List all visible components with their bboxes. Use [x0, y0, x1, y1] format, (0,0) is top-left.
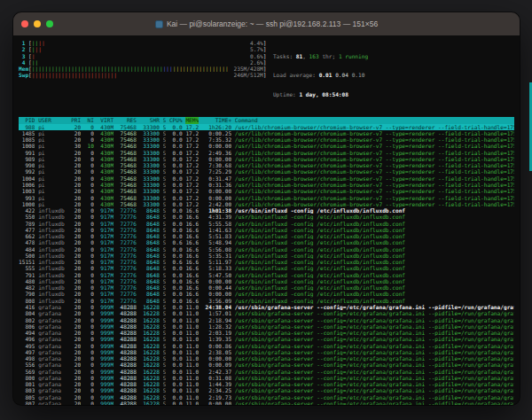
process-row[interactable]: 992pi200430M7546833300S0.017.27:25.29/us… — [19, 168, 514, 175]
process-row[interactable]: 802grafana200999M4828816228S0.011.02:18.… — [19, 317, 514, 323]
minimize-button[interactable] — [34, 20, 41, 27]
terminal-window: Kai — pi@solaranzeige: ~ — ssh pi@192.16… — [13, 12, 520, 405]
column-header-time[interactable]: TIME+ — [202, 117, 231, 123]
process-row[interactable]: 1085pi200430M7546833300S0.017.27:35.32/u… — [19, 136, 514, 143]
cpu4-meter: 4 [||2.6%] — [19, 59, 267, 66]
process-row[interactable]: 1004pi200430M7546833300S0.017.20:31.47/u… — [19, 175, 514, 182]
column-header-user[interactable]: USER — [38, 117, 67, 123]
process-row[interactable]: 494grafana200999M4828816228S0.011.02:03.… — [19, 330, 514, 336]
process-row[interactable]: 791influxdb200917M727768648S0.016.65:47.… — [19, 272, 514, 278]
threads-count: 163 — [309, 53, 319, 59]
tasks-label: Tasks: — [273, 53, 296, 59]
tasks-summary: Tasks: 81, 163 thr; 1 running — [273, 53, 514, 59]
process-row[interactable]: 478influxdb200917M727768648S0.616.65:48.… — [19, 239, 514, 245]
column-header-shr[interactable]: SHR — [140, 117, 160, 123]
process-row[interactable]: 991pi200430M7546833300S0.017.22:49.36/us… — [19, 150, 514, 156]
column-header-res[interactable]: RES — [117, 117, 137, 123]
window-title-text: Kai — pi@solaranzeige: ~ — ssh pi@192.16… — [167, 19, 378, 28]
load-5min: 0.04 — [335, 72, 352, 78]
process-row[interactable]: 1003pi200430M7546833300S0.017.20:00.00/u… — [19, 188, 514, 194]
process-row[interactable]: 569grafana200999M4828816228S0.011.02:42.… — [19, 369, 514, 375]
column-header-virt[interactable]: VIRT — [98, 117, 113, 123]
process-row[interactable]: 484influxdb200917M727768648S0.016.65:56.… — [19, 246, 514, 253]
close-button[interactable] — [21, 20, 28, 27]
window-title: Kai — pi@solaranzeige: ~ — ssh pi@192.16… — [13, 12, 520, 35]
htop-header: 1 [||||4.4%] 2 [|||5.7%] 3 [|0.6%] 4 [||… — [19, 40, 514, 111]
process-row[interactable]: 495grafana200999M4828816228S0.011.00:00.… — [19, 343, 514, 349]
process-row[interactable]: 1000pi200430M7546833300S0.017.22:42.00/u… — [19, 201, 514, 207]
process-table: 988pi200430M7546833300S0.017.21h26:20/us… — [19, 124, 514, 405]
process-row[interactable]: 807grafana200999M4828816228S0.011.00:00.… — [19, 401, 514, 405]
load-average: Load average: 0.01 0.04 0.10 — [273, 72, 514, 78]
process-table-header: PIDUSERPRINIVIRTRESSHRSCPU%MEM%TIME+Comm… — [19, 117, 514, 123]
blank-line — [19, 111, 514, 117]
column-header-pri[interactable]: PRI — [71, 117, 81, 123]
process-row[interactable]: 800grafana200999M4828816228S0.011.00:31.… — [19, 375, 514, 381]
process-row[interactable]: 806grafana200999M4828816228S0.011.01:28.… — [19, 323, 514, 330]
swap-meter: Swp[||||||||||||||||||||||||||246M/512M] — [19, 72, 267, 78]
zoom-button[interactable] — [46, 20, 53, 27]
process-row[interactable]: 662influxdb200917M727768648S0.016.65:51.… — [19, 233, 514, 239]
process-row[interactable]: 496grafana200999M4828816228S0.011.01:39.… — [19, 336, 514, 342]
process-row[interactable]: 477influxdb200917M727768648S0.016.61:41.… — [19, 227, 514, 233]
process-row[interactable]: 1006pi200430M7546833300S0.017.20:31.36/u… — [19, 182, 514, 188]
memory-meter: Mem[||||||||||||||||||||||||||||||||||||… — [19, 66, 267, 72]
process-row[interactable]: 550influxdb200917M727768648S0.016.64:31.… — [19, 214, 514, 220]
process-row[interactable]: 500influxdb200917M727768648S0.016.65:35.… — [19, 253, 514, 259]
process-row[interactable]: 804grafana200999M4828816228S0.011.01:57.… — [19, 310, 514, 316]
process-row[interactable]: 422influxdb200917M727768648S0.016.61h01:… — [19, 207, 514, 214]
column-header-pid[interactable]: PID — [19, 117, 35, 123]
process-row[interactable]: 1485pi200430M7546833300S0.017.20:00.25/u… — [19, 130, 514, 136]
column-header-ni[interactable]: NI — [84, 117, 94, 123]
process-row[interactable]: 993pi200430M7546833300S0.017.20:00.00/us… — [19, 195, 514, 201]
cpu1-meter: 1 [||||4.4%] — [19, 40, 267, 46]
column-header-mem[interactable]: MEM% — [185, 117, 199, 123]
process-row[interactable]: 416grafana200999M4828816228S0.011.024:38… — [19, 304, 514, 310]
tasks-sep: , — [302, 53, 309, 59]
process-row[interactable]: 790influxdb200917M727768648S0.016.60:00.… — [19, 291, 514, 297]
process-row[interactable]: 497grafana200999M4828816228S0.011.02:38.… — [19, 349, 514, 355]
process-row[interactable]: 989pi200430M7546833300S0.017.20:00.00/us… — [19, 156, 514, 162]
column-header-s[interactable]: S — [163, 117, 167, 123]
process-row[interactable]: 480influxdb200917M727768648S0.016.60:00.… — [19, 278, 514, 284]
process-row[interactable]: 805grafana200999M4828816228S0.011.02:19.… — [19, 394, 514, 401]
terminal-doc-icon — [155, 20, 163, 28]
process-row[interactable]: 556grafana200999M4828816228S0.011.00:00.… — [19, 362, 514, 368]
process-row[interactable]: 803grafana200999M4828816228S0.011.02:34.… — [19, 387, 514, 393]
load-15min: 0.10 — [352, 72, 365, 78]
process-row[interactable]: 789influxdb200917M727768648S0.016.65:55.… — [19, 221, 514, 227]
process-row[interactable]: 988pi200430M7546833300S0.017.21h26:20/us… — [19, 124, 514, 130]
traffic-lights — [21, 20, 53, 27]
process-row[interactable]: 801grafana200999M4828816228S0.011.01:44.… — [19, 381, 514, 387]
process-row[interactable]: 808influxdb200917M727768648S0.016.63:56.… — [19, 298, 514, 304]
process-row[interactable]: 1008pi3010430M7546833300S0.017.20:00.00/… — [19, 143, 514, 149]
running-count: 1 running — [339, 53, 368, 59]
uptime-label: Uptime: — [273, 91, 300, 97]
cpu3-meter: 3 [|0.6%] — [19, 53, 267, 59]
cpu2-meter: 2 [|||5.7%] — [19, 46, 267, 52]
uptime: Uptime: 1 day, 08:54:08 — [273, 91, 514, 97]
process-row[interactable]: 555influxdb200917M727768648S0.016.65:18.… — [19, 265, 514, 271]
meters: 1 [||||4.4%] 2 [|||5.7%] 3 [|0.6%] 4 [||… — [19, 40, 267, 111]
threads-label: thr; — [319, 53, 339, 59]
process-row[interactable]: 15151influxdb200917M727768648S0.616.65:1… — [19, 259, 514, 265]
process-row[interactable]: 498grafana200999M4828816228S0.011.00:00.… — [19, 355, 514, 362]
column-header-command[interactable]: Command — [235, 117, 514, 123]
load-1min: 0.01 — [319, 72, 336, 78]
uptime-value: 1 day, 08:54:08 — [299, 91, 348, 97]
column-header-cpu[interactable]: CPU% — [169, 117, 183, 123]
process-row[interactable]: 990pi200430M7546833300S0.017.27:30.68/us… — [19, 162, 514, 168]
system-info: Tasks: 81, 163 thr; 1 running Load avera… — [267, 40, 515, 111]
titlebar: Kai — pi@solaranzeige: ~ — ssh pi@192.16… — [13, 12, 520, 36]
process-row[interactable]: 482influxdb200917M727768648S0.016.60:00.… — [19, 284, 514, 291]
load-label: Load average: — [273, 72, 319, 78]
htop-screen: 1 [||||4.4%] 2 [|||5.7%] 3 [|0.6%] 4 [||… — [13, 35, 520, 405]
